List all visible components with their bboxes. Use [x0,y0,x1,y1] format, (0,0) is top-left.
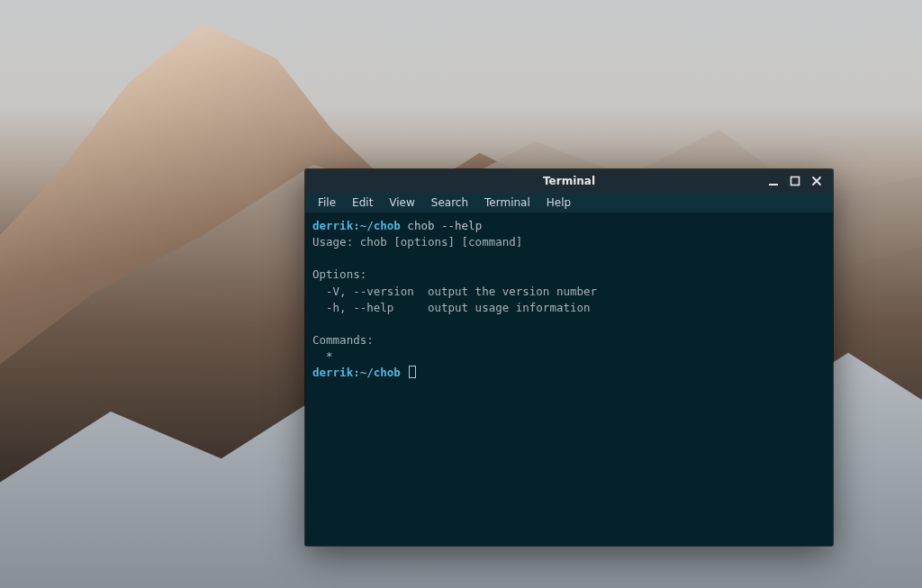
prompt-user: derrik: [312,219,360,232]
menu-search[interactable]: Search [424,194,475,211]
menubar: File Edit View Search Terminal Help [305,193,833,213]
menu-view[interactable]: View [382,194,421,211]
terminal-output-line: -h, --help output usage information [312,301,591,314]
close-icon [811,176,822,186]
prompt-path: ~/chob [360,366,401,379]
svg-rect-0 [769,184,778,185]
prompt-path: ~/chob [360,219,401,232]
window-titlebar[interactable]: Terminal [305,169,833,193]
terminal-output-line: Usage: chob [options] [command] [312,235,522,249]
terminal-output-line: Options: [312,267,366,281]
menu-edit[interactable]: Edit [345,194,380,211]
prompt-command: chob --help [401,219,482,232]
terminal-body[interactable]: derrik:~/chob chob --help Usage: chob [o… [305,213,833,546]
maximize-icon [790,176,800,186]
prompt-user: derrik: [312,366,360,379]
menu-terminal[interactable]: Terminal [477,194,538,211]
menu-file[interactable]: File [311,194,343,211]
minimize-button[interactable] [766,174,781,188]
terminal-cursor [409,366,416,378]
window-controls [766,169,829,193]
prompt-command [401,366,408,379]
terminal-output-line: -V, --version output the version number [312,285,597,298]
close-button[interactable] [809,174,824,188]
minimize-icon [768,176,779,186]
svg-rect-1 [791,177,800,185]
window-title: Terminal [305,175,833,187]
terminal-output-line: * [312,349,333,363]
terminal-window[interactable]: Terminal File Edit View Search Terminal … [305,169,833,546]
desktop-wallpaper: Terminal File Edit View Search Terminal … [0,0,922,588]
terminal-output-line: Commands: [312,333,374,347]
menu-help[interactable]: Help [539,194,578,211]
maximize-button[interactable] [788,174,802,188]
